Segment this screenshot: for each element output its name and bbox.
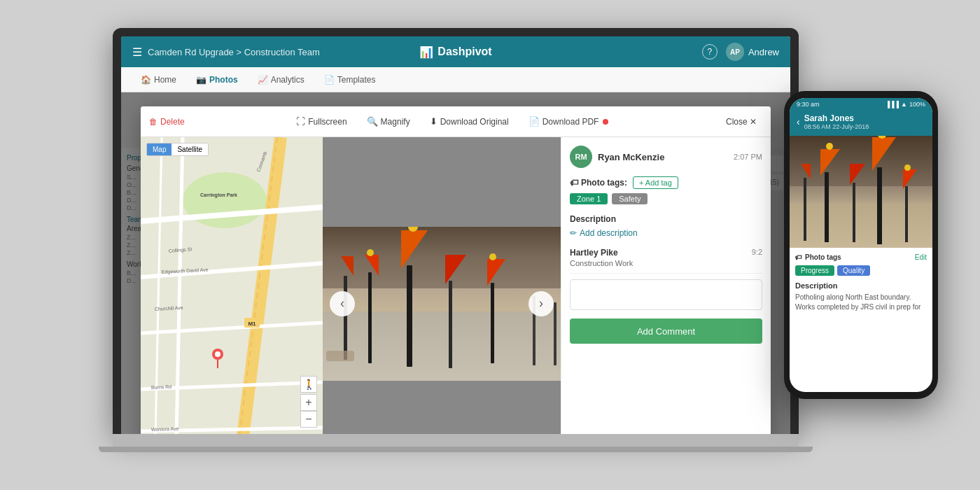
flag-top-2 xyxy=(367,249,374,256)
rebar-7 xyxy=(554,302,556,365)
photo-tags-row: 🏷 Photo tags: + Add tag xyxy=(570,176,762,189)
edit-icon: ✏ xyxy=(570,228,577,238)
photo-section: ‹ xyxy=(323,137,561,434)
concrete-floor xyxy=(323,312,561,381)
header-right: ? AP Andrew xyxy=(492,43,779,61)
modal-body: M1 Collings St Churchill Ave Coonamb Car… xyxy=(141,137,771,434)
info-time: 2:07 PM xyxy=(734,153,762,161)
tag-icon: 🏷 xyxy=(570,178,578,188)
header-left: ☰ Camden Rd Upgrade > Construction Team xyxy=(132,46,419,59)
map-type-map[interactable]: Map xyxy=(147,144,172,155)
comment-input[interactable] xyxy=(570,279,762,310)
help-icon[interactable]: ? xyxy=(702,44,718,59)
ph-flag5-top xyxy=(904,164,911,171)
phone-ground xyxy=(790,203,932,248)
modal-overlay: 🗑 Delete ⛶ Fullscreen xyxy=(121,92,790,434)
svg-text:Woniora Ave: Woniora Ave xyxy=(151,426,179,432)
phone-tag-quality: Quality xyxy=(837,265,870,276)
add-tag-button[interactable]: + Add tag xyxy=(633,176,678,189)
delete-button[interactable]: 🗑 Delete xyxy=(149,117,185,127)
phone-tag-badges: Progress Quality xyxy=(795,265,927,276)
phone-tags-left: 🏷 Photo tags xyxy=(795,253,841,261)
header-center: 📊 Dashpivot xyxy=(419,46,491,59)
phone-photo xyxy=(790,136,932,248)
subnav-photos[interactable]: 📷 Photos xyxy=(188,72,246,88)
phone-description-title: Description xyxy=(795,281,927,290)
flag-2 xyxy=(365,255,379,276)
wifi-icon: ▲ xyxy=(901,101,907,108)
close-button[interactable]: Close ✕ xyxy=(720,114,762,130)
modal-toolbar: 🗑 Delete ⛶ Fullscreen xyxy=(141,106,771,137)
info-user-name: Ryan McKenzie xyxy=(598,152,664,162)
ph-flag5 xyxy=(903,169,917,189)
photo-prev-button[interactable]: ‹ xyxy=(330,291,355,316)
info-panel: RM Ryan McKenzie 2:07 PM xyxy=(561,137,771,434)
rebar-4 xyxy=(449,281,452,368)
phone-user-info: Sarah Jones 08:56 AM 22-July-2018 xyxy=(804,113,925,130)
app-header: ☰ Camden Rd Upgrade > Construction Team … xyxy=(121,36,790,67)
laptop: ☰ Camden Rd Upgrade > Construction Team … xyxy=(113,28,799,462)
templates-icon: 📄 xyxy=(324,75,335,85)
add-description-link[interactable]: ✏ Add description xyxy=(570,228,762,238)
ph-flag-top xyxy=(826,143,833,150)
photo-tags-section: 🏷 Photo tags: + Add tag Zone 1 Safety xyxy=(570,176,762,204)
download-pdf-button[interactable]: 📄 Download PDF xyxy=(523,113,615,130)
map-bg: M1 Collings St Churchill Ave Coonamb Car… xyxy=(141,137,323,434)
magnify-button[interactable]: 🔍 Magnify xyxy=(361,113,416,130)
phone-time: 9:30 am xyxy=(797,101,820,108)
photo-modal: 🗑 Delete ⛶ Fullscreen xyxy=(141,106,771,434)
fullscreen-button[interactable]: ⛶ Fullscreen xyxy=(290,113,352,130)
ph-pole-main xyxy=(877,167,882,244)
toolbar-left: 🗑 Delete xyxy=(149,117,185,127)
info-user-row: RM Ryan McKenzie 2:07 PM xyxy=(570,146,762,168)
svg-text:M1: M1 xyxy=(248,321,256,327)
hamburger-icon[interactable]: ☰ xyxy=(132,46,142,59)
download-original-button[interactable]: ⬇ Download Original xyxy=(424,113,514,130)
ph-flag-main xyxy=(872,137,896,171)
phone-edit-button[interactable]: Edit xyxy=(915,253,927,261)
avatar: AP xyxy=(726,43,744,61)
add-comment-button[interactable]: Add Comment xyxy=(570,318,762,344)
phone-user-time: 08:56 AM 22-July-2018 xyxy=(804,123,925,130)
photo-next-button[interactable]: › xyxy=(528,291,554,316)
flag-center xyxy=(401,230,428,269)
signal-icon: ▐▐▐ xyxy=(886,101,899,108)
user-avatar-badge[interactable]: AP Andrew xyxy=(726,43,779,61)
logo-icon: 📊 xyxy=(419,46,433,59)
subnav-analytics[interactable]: 📈 Analytics xyxy=(249,72,313,88)
svg-point-19 xyxy=(215,351,220,357)
tag-zone1: Zone 1 xyxy=(570,193,608,204)
map-type-satellite[interactable]: Satellite xyxy=(172,144,208,155)
tag-badges: Zone 1 Safety xyxy=(570,193,762,204)
rock-wall xyxy=(323,227,561,288)
entry-time: 9:2 xyxy=(752,248,762,256)
phone-tag-progress: Progress xyxy=(795,265,834,276)
laptop-base xyxy=(113,434,799,447)
toolbar-center: ⛶ Fullscreen 🔍 Magnify ⬇ xyxy=(190,113,715,130)
download-icon: ⬇ xyxy=(430,116,438,127)
flag-5 xyxy=(487,259,505,286)
magnify-icon: 🔍 xyxy=(367,116,378,127)
photo-tags-label: 🏷 Photo tags: xyxy=(570,178,627,188)
street-view-button[interactable]: 🚶 xyxy=(300,376,317,393)
zoom-out-button[interactable]: − xyxy=(300,411,317,428)
phone-tags-label: Photo tags xyxy=(805,253,841,261)
phone-back-button[interactable]: ‹ xyxy=(797,116,800,127)
breadcrumb: Camden Rd Upgrade > Construction Team xyxy=(148,47,320,57)
phone-site-photo xyxy=(790,136,932,248)
phone-status-right: ▐▐▐ ▲ 100% xyxy=(886,101,925,108)
info-entry: Hartley Pike Construction Work 9:2 xyxy=(570,248,762,274)
analytics-icon: 📈 xyxy=(258,75,268,85)
phone-header: ‹ Sarah Jones 08:56 AM 22-July-2018 xyxy=(790,111,932,136)
info-user-details: Ryan McKenzie xyxy=(598,152,664,162)
entry-details: Hartley Pike Construction Work xyxy=(570,248,633,267)
description-title: Description xyxy=(570,214,762,224)
subnav-home[interactable]: 🏠 Home xyxy=(132,72,185,88)
ph-pole3 xyxy=(853,183,855,242)
home-icon: 🏠 xyxy=(141,75,151,85)
description-section: Description ✏ Add description xyxy=(570,214,762,238)
zoom-in-button[interactable]: + xyxy=(300,394,317,411)
rebar-center xyxy=(407,265,412,367)
subnav-templates[interactable]: 📄 Templates xyxy=(316,72,384,88)
ph-flag-center xyxy=(820,149,840,176)
